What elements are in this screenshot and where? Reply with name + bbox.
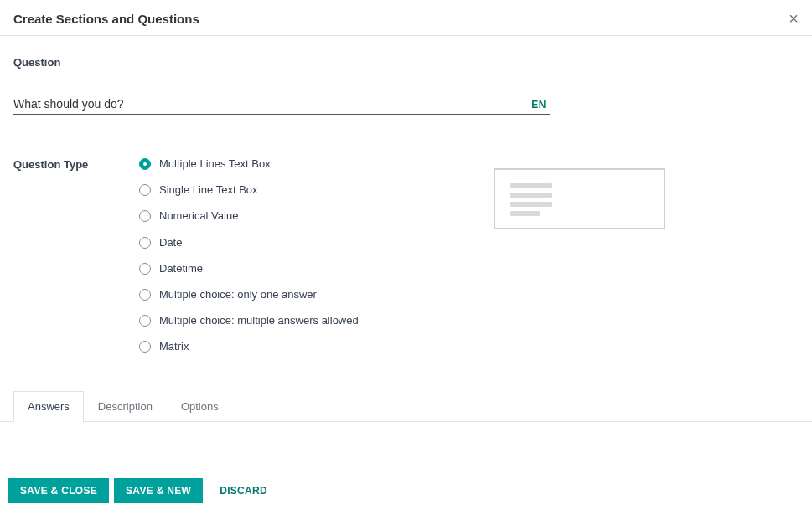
radio-label: Single Line Text Box bbox=[159, 183, 258, 198]
tab-options[interactable]: Options bbox=[167, 391, 233, 421]
radio-icon bbox=[139, 210, 151, 222]
modal-footer: SAVE & CLOSE SAVE & NEW DISCARD bbox=[0, 466, 812, 515]
question-type-preview bbox=[494, 168, 665, 229]
radio-icon bbox=[139, 184, 151, 196]
language-toggle[interactable]: EN bbox=[528, 99, 550, 111]
radio-single-line[interactable]: Single Line Text Box bbox=[139, 183, 374, 198]
radio-icon bbox=[139, 315, 151, 327]
preview-line-icon bbox=[510, 193, 552, 198]
radio-icon bbox=[139, 289, 151, 301]
preview-line-icon bbox=[510, 211, 540, 216]
radio-icon bbox=[139, 341, 151, 353]
preview-line-icon bbox=[510, 183, 552, 188]
question-input[interactable] bbox=[13, 97, 528, 111]
radio-label: Date bbox=[159, 235, 182, 250]
radio-label: Datetime bbox=[159, 261, 203, 276]
radio-label: Matrix bbox=[159, 339, 189, 354]
close-icon: × bbox=[789, 9, 799, 28]
radio-icon bbox=[139, 237, 151, 249]
radio-label: Multiple Lines Text Box bbox=[159, 157, 271, 172]
close-button[interactable]: × bbox=[789, 10, 799, 27]
question-type-row: Question Type Multiple Lines Text Box Si… bbox=[13, 157, 799, 366]
modal-body: Question EN Question Type Multiple Lines… bbox=[0, 36, 812, 422]
question-type-radio-group: Multiple Lines Text Box Single Line Text… bbox=[139, 157, 374, 366]
modal-header: Create Sections and Questions × bbox=[0, 0, 812, 36]
save-new-button[interactable]: SAVE & NEW bbox=[114, 478, 203, 503]
radio-label: Multiple choice: only one answer bbox=[159, 287, 317, 302]
radio-date[interactable]: Date bbox=[139, 235, 374, 250]
question-input-row: EN bbox=[13, 97, 550, 115]
radio-icon bbox=[139, 158, 151, 170]
radio-mc-multiple[interactable]: Multiple choice: multiple answers allowe… bbox=[139, 313, 374, 328]
question-type-label: Question Type bbox=[13, 157, 139, 171]
save-close-button[interactable]: SAVE & CLOSE bbox=[8, 478, 109, 503]
preview-line-icon bbox=[510, 202, 552, 207]
radio-mc-one[interactable]: Multiple choice: only one answer bbox=[139, 287, 374, 302]
radio-multiple-lines[interactable]: Multiple Lines Text Box bbox=[139, 157, 374, 172]
radio-numerical[interactable]: Numerical Value bbox=[139, 209, 374, 224]
modal-title: Create Sections and Questions bbox=[13, 12, 199, 26]
question-label: Question bbox=[13, 56, 799, 69]
tab-answers[interactable]: Answers bbox=[13, 391, 84, 422]
radio-label: Numerical Value bbox=[159, 209, 238, 224]
tab-description[interactable]: Description bbox=[84, 391, 167, 421]
radio-icon bbox=[139, 263, 151, 275]
discard-button[interactable]: DISCARD bbox=[208, 478, 279, 503]
radio-datetime[interactable]: Datetime bbox=[139, 261, 374, 276]
tabs: Answers Description Options bbox=[0, 391, 812, 422]
radio-matrix[interactable]: Matrix bbox=[139, 339, 374, 354]
radio-label: Multiple choice: multiple answers allowe… bbox=[159, 313, 359, 328]
